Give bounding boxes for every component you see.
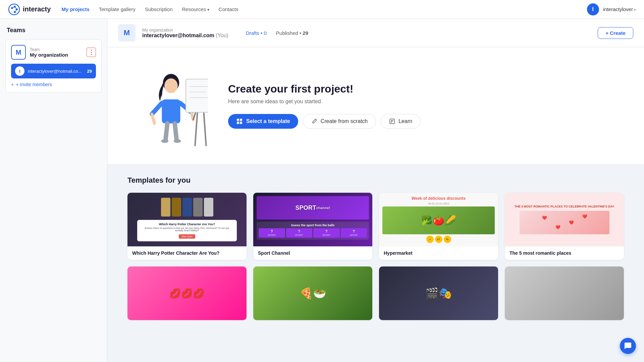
- hp-q-title: Which Harry Potter Character Are You?: [141, 223, 234, 226]
- navbar: interacty My projects Template gallery S…: [0, 0, 644, 19]
- create-button[interactable]: + Create: [598, 27, 633, 39]
- user-avatar[interactable]: I: [587, 3, 599, 15]
- badge-1: 💰: [426, 236, 434, 243]
- template-card-hypermarket[interactable]: Week of delicious discounts 04.01-12.01.…: [379, 193, 498, 260]
- template-card-row2-4[interactable]: [505, 266, 624, 320]
- published-label: Published: [276, 30, 298, 36]
- template-label-hp: Which Harry Potter Character Are You?: [127, 246, 247, 260]
- template-thumb-pink: 💋💋💋: [127, 266, 247, 320]
- user-name[interactable]: interactylover: [603, 6, 636, 12]
- learn-label: Learn: [398, 118, 412, 124]
- svg-line-17: [175, 123, 177, 140]
- templates-grid: Which Harry Potter Character Are You? An…: [127, 193, 624, 260]
- template-card-row2-3[interactable]: 🎬🎭: [379, 266, 498, 320]
- invite-label: + Invite members: [16, 82, 52, 87]
- org-you-label: (You): [216, 33, 228, 38]
- org-email-line: interactylover@hotmail.com (You): [142, 33, 228, 39]
- chat-icon: [624, 342, 632, 350]
- hyper-title: Week of delicious discounts: [382, 196, 495, 201]
- heart-pin-3: ❤️: [555, 225, 560, 230]
- published-bullet: •: [300, 30, 303, 36]
- svg-point-19: [174, 139, 181, 143]
- svg-point-18: [161, 139, 168, 143]
- figure-5: [204, 198, 213, 217]
- sidebar-title: Teams: [5, 27, 102, 34]
- team-name: My organization: [30, 52, 68, 58]
- sport-guess: Guess the sport from the balls: [259, 224, 367, 227]
- templates-grid-row2: 💋💋💋 🍕🥗 🎬🎭: [127, 266, 624, 320]
- template-card-sport[interactable]: SPORTchannel Guess the sport from the ba…: [253, 193, 372, 260]
- template-label-romantic: The 5 most romantic places: [505, 246, 624, 260]
- drafts-stat[interactable]: Drafts • 0: [246, 30, 267, 36]
- member-row[interactable]: I interactylover@hotmail.co... 29: [11, 64, 96, 78]
- template-card-hp[interactable]: Which Harry Potter Character Are You? An…: [127, 193, 247, 260]
- sport-opt-2: ?SPORT: [286, 228, 313, 238]
- template-thumb-gray: [505, 266, 624, 320]
- figure-3: [182, 198, 192, 217]
- svg-rect-28: [237, 122, 239, 124]
- figure-1: [161, 198, 170, 217]
- hp-start-btn[interactable]: Start Quiz!: [179, 234, 195, 239]
- template-thumb-romantic: THE 5 MOST ROMANTIC PLACES TO CELEBRATE …: [505, 193, 624, 246]
- template-thumb-food: 🍕🥗: [253, 266, 372, 320]
- hero-title: Create your first project!: [228, 83, 421, 95]
- main-content: M My organization interactylover@hotmail…: [107, 19, 644, 362]
- template-thumb-sport: SPORTchannel Guess the sport from the ba…: [253, 193, 372, 246]
- team-card: M Team My organization ⋮ I interactylove…: [5, 39, 102, 93]
- heart-pin-2: ❤️: [569, 220, 574, 225]
- hp-question-box: Which Harry Potter Character Are You? An…: [137, 220, 237, 241]
- chat-bubble[interactable]: [620, 338, 636, 354]
- romantic-title: THE 5 MOST ROMANTIC PLACES TO CELEBRATE …: [515, 205, 614, 209]
- figure-4: [193, 198, 203, 217]
- team-label: Team: [30, 47, 68, 52]
- romantic-map: ❤️ ❤️ ❤️ ❤️: [520, 211, 609, 234]
- member-avatar: I: [15, 66, 24, 76]
- hyper-dates: 04.01-12.01.2023: [382, 202, 495, 205]
- logo-icon: [8, 3, 20, 15]
- published-stat: Published • 29: [276, 30, 308, 36]
- create-from-scratch-button[interactable]: Create from scratch: [303, 114, 376, 129]
- scratch-label: Create from scratch: [321, 118, 368, 124]
- invite-members-link[interactable]: + + Invite members: [11, 82, 96, 87]
- nav-resources[interactable]: Resources: [182, 5, 209, 13]
- select-template-button[interactable]: Select a template: [228, 114, 298, 129]
- nav-contacts[interactable]: Contacts: [219, 5, 238, 13]
- select-template-label: Select a template: [246, 118, 290, 124]
- team-menu-button[interactable]: ⋮: [87, 48, 96, 57]
- svg-line-7: [15, 9, 17, 12]
- nav-template-gallery[interactable]: Template gallery: [99, 5, 136, 13]
- learn-button[interactable]: Learn: [381, 114, 421, 129]
- logo-text: interacty: [23, 5, 51, 13]
- template-thumb-dark: 🎬🎭: [379, 266, 498, 320]
- template-card-row2-2[interactable]: 🍕🥗: [253, 266, 372, 320]
- template-card-romantic[interactable]: THE 5 MOST ROMANTIC PLACES TO CELEBRATE …: [505, 193, 624, 260]
- member-email: interactylover@hotmail.co...: [28, 69, 84, 74]
- template-label-sport: Sport Channel: [253, 246, 372, 260]
- svg-rect-27: [240, 119, 242, 121]
- svg-rect-10: [162, 100, 180, 124]
- nav-my-projects[interactable]: My projects: [61, 5, 89, 13]
- illustration-svg: [134, 61, 208, 149]
- hyper-img: 🥦🍅🌽: [382, 206, 495, 234]
- svg-rect-22: [186, 79, 208, 112]
- plus-icon: +: [11, 82, 14, 87]
- logo[interactable]: interacty: [8, 3, 51, 15]
- template-thumb-hyper: Week of delicious discounts 04.01-12.01.…: [379, 193, 498, 246]
- svg-point-9: [164, 78, 178, 93]
- layout: Teams M Team My organization ⋮ I interac…: [0, 19, 644, 362]
- template-card-row2-1[interactable]: 💋💋💋: [127, 266, 247, 320]
- template-thumb-hp: Which Harry Potter Character Are You? An…: [127, 193, 247, 246]
- heart-pin-1: ❤️: [542, 216, 547, 220]
- badge-2: 🏷: [435, 236, 442, 243]
- org-bar: M My organization interactylover@hotmail…: [107, 19, 644, 47]
- drafts-link[interactable]: Drafts • 0: [246, 30, 267, 36]
- org-avatar: M: [118, 24, 136, 42]
- sport-bg: SPORTchannel: [257, 196, 369, 220]
- hero-illustration: [134, 61, 208, 150]
- org-name-label: My organization: [142, 27, 228, 33]
- sidebar: Teams M Team My organization ⋮ I interac…: [0, 19, 107, 362]
- nav-subscription[interactable]: Subscription: [145, 5, 173, 13]
- sport-opt-3: ?SPORT: [313, 228, 340, 238]
- published-count: 29: [303, 30, 308, 36]
- hero-content: Create your first project! Here are some…: [228, 83, 421, 129]
